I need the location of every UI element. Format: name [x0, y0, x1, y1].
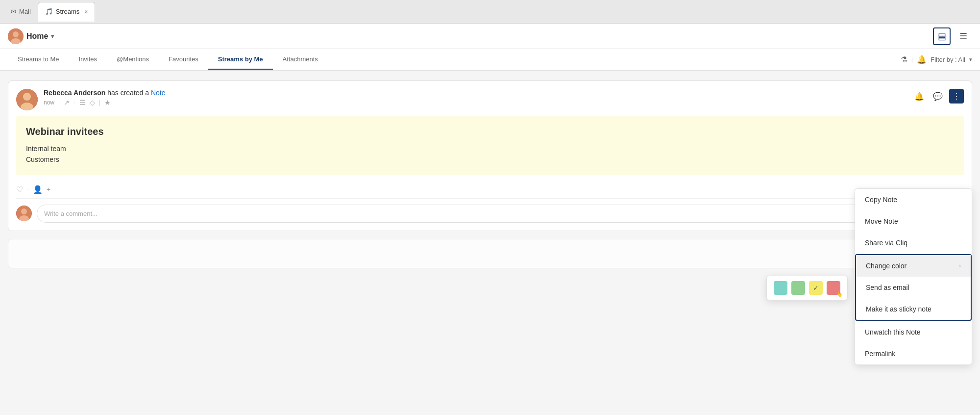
alarm-icon: 🔔 — [914, 92, 924, 101]
tab-streams-label: Streams — [56, 8, 79, 15]
stream-card: Rebecca Anderson has created a Note now … — [8, 80, 972, 231]
tab-close-button[interactable]: × — [84, 8, 88, 15]
tag-icon[interactable]: ◇ — [90, 99, 95, 106]
permalink-item[interactable]: Permalink — [855, 343, 972, 364]
tab-streams-by-me[interactable]: Streams by Me — [208, 50, 273, 70]
change-color-item[interactable]: Change color › — [856, 255, 971, 277]
separator-2: · — [74, 99, 75, 106]
commenter-avatar — [16, 206, 32, 221]
tab-streams[interactable]: 🎵 Streams × — [38, 2, 95, 22]
stream-card-header-right: 🔔 💬 ⋮ — [912, 89, 964, 104]
more-options-button[interactable]: ⋮ — [949, 89, 964, 104]
tab-favourites[interactable]: Favourites — [159, 50, 208, 70]
note-body: Internal team Customers — [26, 143, 954, 165]
note-line-1: Internal team — [26, 143, 954, 154]
mail-icon: ✉ — [11, 8, 16, 15]
tab-invites[interactable]: Invites — [69, 50, 107, 70]
nav-filter-area: ⚗ | 🔔 Filter by : All ▾ — [901, 55, 972, 64]
tab-bar: ✉ Mail 🎵 Streams × — [0, 0, 980, 24]
dropdown-menu: Copy Note Move Note Share via Cliq Chang… — [855, 188, 972, 365]
stream-card-header: Rebecca Anderson has created a Note now … — [16, 89, 964, 110]
grid-icon: ▤ — [938, 31, 946, 42]
send-email-item[interactable]: Send as email — [856, 277, 971, 298]
stream-actions-row: now · ↗ · ☰ ◇ | ★ — [44, 99, 166, 106]
app-header: Home ▾ ▤ ☰ — [0, 24, 980, 49]
color-pink[interactable]: 👆 — [827, 281, 840, 295]
stream-meta: Rebecca Anderson has created a Note now … — [44, 89, 166, 106]
filter-label[interactable]: Filter by : All — [931, 56, 965, 63]
share-cliq-item[interactable]: Share via Cliq — [855, 232, 972, 254]
footer-separator: · — [27, 185, 29, 193]
note-link[interactable]: Note — [151, 89, 166, 97]
move-note-item[interactable]: Move Note — [855, 210, 972, 232]
stream-title: Rebecca Anderson has created a Note — [44, 89, 166, 97]
separator-1: · — [58, 99, 60, 106]
home-nav[interactable]: Home ▾ — [8, 28, 54, 44]
second-stream-card — [8, 239, 972, 268]
svg-point-1 — [13, 31, 19, 37]
separator-3: | — [99, 99, 100, 106]
stream-card-header-left: Rebecca Anderson has created a Note now … — [16, 89, 166, 110]
chat-button[interactable]: 💬 — [931, 89, 945, 104]
color-yellow[interactable] — [809, 281, 823, 295]
color-picker-popup: 👆 — [766, 276, 848, 300]
nav-tabs: Streams to Me Invites @Mentions Favourit… — [0, 49, 980, 71]
stream-footer: ♡ · 👤 + — [16, 181, 964, 194]
svg-point-4 — [23, 93, 31, 101]
note-content: Webinar invitees Internal team Customers — [16, 116, 964, 175]
filter-icon[interactable]: ⚗ — [901, 55, 907, 64]
star-icon[interactable]: ★ — [104, 99, 111, 106]
person-add-icon[interactable]: 👤 — [33, 185, 43, 194]
streams-icon: 🎵 — [45, 8, 53, 15]
copy-note-item[interactable]: Copy Note — [855, 189, 972, 210]
note-icon[interactable]: ☰ — [79, 99, 86, 106]
author-avatar — [16, 89, 38, 110]
tab-mail[interactable]: ✉ Mail — [4, 2, 38, 22]
unwatch-item[interactable]: Unwatch this Note — [855, 321, 972, 343]
external-link-icon[interactable]: ↗ — [64, 99, 70, 106]
main-content: Rebecca Anderson has created a Note now … — [0, 71, 980, 415]
filter-separator: | — [911, 56, 913, 63]
header-actions: ▤ ☰ — [933, 27, 972, 45]
comment-input[interactable]: Write a comment... — [37, 205, 964, 223]
notification-filter-icon[interactable]: 🔔 — [917, 55, 927, 64]
menu-icon: ☰ — [959, 31, 967, 42]
tab-streams-to-me[interactable]: Streams to Me — [8, 50, 69, 70]
cursor-indicator: 👆 — [836, 291, 842, 297]
chevron-right-icon: › — [959, 262, 961, 269]
user-avatar — [8, 28, 24, 44]
sticky-note-item[interactable]: Make it as sticky note — [856, 298, 971, 320]
more-dots-icon: ⋮ — [953, 92, 960, 101]
nav-tabs-list: Streams to Me Invites @Mentions Favourit… — [8, 50, 328, 70]
chevron-down-icon: ▾ — [51, 33, 54, 40]
color-teal[interactable] — [774, 281, 787, 295]
chat-icon: 💬 — [933, 92, 943, 101]
add-icon[interactable]: + — [47, 185, 50, 193]
svg-point-7 — [21, 208, 27, 214]
note-line-2: Customers — [26, 154, 954, 165]
tab-attachments[interactable]: Attachments — [273, 50, 328, 70]
home-label: Home — [26, 32, 48, 41]
tab-mentions[interactable]: @Mentions — [107, 50, 159, 70]
heart-icon[interactable]: ♡ — [16, 185, 23, 194]
color-green[interactable] — [791, 281, 805, 295]
grid-view-button[interactable]: ▤ — [933, 27, 951, 45]
comment-placeholder: Write a comment... — [44, 210, 98, 217]
alarm-button[interactable]: 🔔 — [912, 89, 927, 104]
tab-mail-label: Mail — [19, 8, 31, 15]
menu-button[interactable]: ☰ — [955, 27, 972, 45]
filter-chevron-icon: ▾ — [969, 56, 972, 63]
note-title: Webinar invitees — [26, 126, 954, 137]
comment-area: Write a comment... — [16, 198, 964, 223]
